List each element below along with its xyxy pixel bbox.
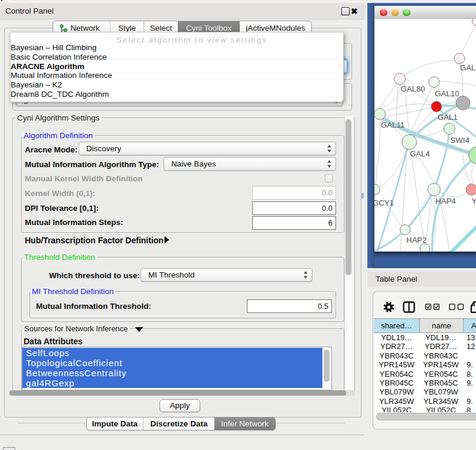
svg-text:GAL1: GAL1	[438, 113, 458, 122]
svg-text:HAP4: HAP4	[436, 197, 456, 206]
svg-text:GAL2: GAL2	[460, 63, 476, 72]
svg-text:YM: YM	[472, 197, 476, 206]
svg-text:HAP2: HAP2	[406, 236, 426, 244]
svg-text:GAL4: GAL4	[410, 149, 430, 158]
svg-text:GAL11: GAL11	[381, 120, 405, 129]
svg-text:GCY1: GCY1	[374, 198, 394, 207]
svg-text:SWI4: SWI4	[451, 136, 470, 145]
svg-text:GAL80: GAL80	[401, 84, 425, 93]
svg-text:GAL10: GAL10	[435, 89, 459, 98]
